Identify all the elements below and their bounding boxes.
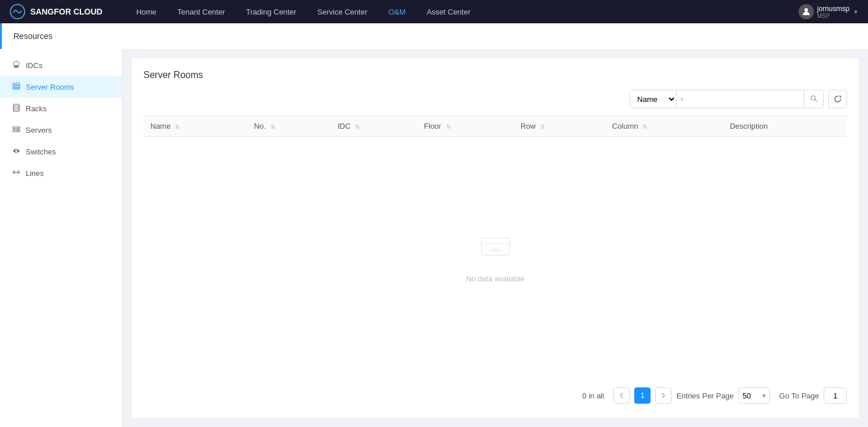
nav-om[interactable]: O&M xyxy=(378,0,416,23)
logo-text: SANGFOR CLOUD xyxy=(30,7,103,16)
sidebar-lines-label: Lines xyxy=(26,169,44,178)
next-icon xyxy=(662,393,665,398)
sidebar-switches-label: Switches xyxy=(26,147,56,156)
svg-rect-11 xyxy=(13,127,20,129)
svg-rect-5 xyxy=(13,86,20,87)
refresh-icon xyxy=(834,95,842,103)
nav-service-center[interactable]: Service Center xyxy=(307,0,378,23)
search-icon xyxy=(810,95,817,102)
resources-header: Resources xyxy=(0,23,868,49)
prev-page-button[interactable] xyxy=(613,387,630,404)
svg-line-19 xyxy=(815,99,817,101)
logo-icon xyxy=(9,3,26,20)
page-1-button[interactable]: 1 xyxy=(634,387,651,404)
svg-point-14 xyxy=(17,130,18,131)
idcs-icon xyxy=(12,61,21,70)
content-area: IDCs Server Rooms Racks Servers Switches xyxy=(0,49,868,427)
sidebar-item-switches[interactable]: Switches xyxy=(0,141,122,163)
svg-rect-4 xyxy=(13,83,20,85)
sidebar-servers-label: Servers xyxy=(26,126,52,135)
nav-tenant-center[interactable]: Tenant Center xyxy=(167,0,236,23)
sort-floor-icon: ⇅ xyxy=(446,123,451,130)
sidebar-server-rooms-label: Server Rooms xyxy=(26,83,74,91)
sort-idc-icon: ⇅ xyxy=(355,123,360,130)
lines-icon xyxy=(12,168,21,178)
svg-point-13 xyxy=(17,128,18,128)
table-body: No data available xyxy=(143,137,847,379)
svg-rect-2 xyxy=(14,66,19,67)
sidebar-racks-label: Racks xyxy=(26,104,47,113)
nav-trading-center[interactable]: Trading Center xyxy=(236,0,307,23)
entries-select[interactable]: 50 20 10 100 xyxy=(739,387,759,404)
col-no[interactable]: No. ⇅ xyxy=(247,116,331,137)
servers-icon xyxy=(12,125,21,135)
search-input[interactable] xyxy=(687,90,804,108)
empty-state: No data available xyxy=(143,185,847,330)
sort-column-icon: ⇅ xyxy=(642,123,647,130)
sort-row-icon: ⇅ xyxy=(540,123,545,130)
user-label: jornusmsp MSP xyxy=(817,5,849,19)
table-header: Name ⇅ No. ⇅ IDC ⇅ Floor ⇅ xyxy=(143,116,847,137)
nav-asset-center[interactable]: Asset Center xyxy=(416,0,481,23)
sidebar-item-lines[interactable]: Lines xyxy=(0,163,122,184)
next-page-button[interactable] xyxy=(655,387,672,404)
sort-no-icon: ⇅ xyxy=(270,123,275,130)
user-dropdown-icon: ▼ xyxy=(853,9,859,15)
svg-rect-12 xyxy=(13,130,20,132)
data-table: Name ⇅ No. ⇅ IDC ⇅ Floor ⇅ xyxy=(143,115,847,378)
page-title: Server Rooms xyxy=(143,70,847,80)
entries-label: Entries Per Page xyxy=(676,391,733,400)
col-column[interactable]: Column ⇅ xyxy=(605,116,723,137)
select-divider: ▼ xyxy=(677,90,687,108)
user-name: jornusmsp xyxy=(817,5,849,13)
main-panel: Server Rooms Name No. IDC Floor ▼ xyxy=(132,58,859,418)
sort-name-icon: ⇅ xyxy=(175,123,180,130)
col-name[interactable]: Name ⇅ xyxy=(143,116,247,137)
svg-rect-6 xyxy=(13,88,20,89)
svg-point-16 xyxy=(18,172,20,174)
nav-home[interactable]: Home xyxy=(126,0,167,23)
goto-page-input[interactable] xyxy=(824,387,847,404)
goto-label: Go To Page xyxy=(779,391,819,400)
user-role: MSP xyxy=(817,13,849,19)
col-floor[interactable]: Floor ⇅ xyxy=(417,116,514,137)
sidebar-item-server-rooms[interactable]: Server Rooms xyxy=(0,76,122,98)
switches-icon xyxy=(12,147,21,157)
pagination-bar: 0 in all 1 Entries Per Page 50 20 10 100… xyxy=(143,378,847,406)
refresh-button[interactable] xyxy=(828,90,847,108)
racks-icon xyxy=(12,104,21,114)
top-navigation: SANGFOR CLOUD Home Tenant Center Trading… xyxy=(0,0,868,23)
svg-point-15 xyxy=(13,172,15,174)
col-row[interactable]: Row ⇅ xyxy=(514,116,605,137)
nav-links: Home Tenant Center Trading Center Servic… xyxy=(126,0,799,23)
resources-title: Resources xyxy=(13,31,52,41)
total-count: 0 in all xyxy=(582,391,605,400)
sidebar-idcs-label: IDCs xyxy=(26,61,43,70)
prev-icon xyxy=(620,393,623,398)
avatar xyxy=(799,4,814,19)
col-description: Description xyxy=(723,116,847,137)
entries-arrow-icon: ▼ xyxy=(759,393,769,399)
entries-select-wrapper: 50 20 10 100 ▼ xyxy=(739,387,770,404)
empty-icon xyxy=(477,232,514,267)
sidebar-item-racks[interactable]: Racks xyxy=(0,98,122,119)
search-filter: Name No. IDC Floor ▼ xyxy=(630,90,824,108)
sidebar-item-idcs[interactable]: IDCs xyxy=(0,55,122,76)
filter-bar: Name No. IDC Floor ▼ xyxy=(143,90,847,108)
sidebar-item-servers[interactable]: Servers xyxy=(0,119,122,141)
svg-rect-3 xyxy=(14,67,19,68)
logo: SANGFOR CLOUD xyxy=(9,3,103,20)
user-menu[interactable]: jornusmsp MSP ▼ xyxy=(799,4,859,19)
sidebar: IDCs Server Rooms Racks Servers Switches xyxy=(0,49,122,427)
filter-field-select[interactable]: Name No. IDC Floor xyxy=(630,90,677,108)
server-rooms-icon xyxy=(12,82,21,92)
empty-text: No data available xyxy=(466,274,524,283)
col-idc[interactable]: IDC ⇅ xyxy=(331,116,417,137)
search-button[interactable] xyxy=(804,90,823,108)
svg-point-1 xyxy=(804,8,808,12)
